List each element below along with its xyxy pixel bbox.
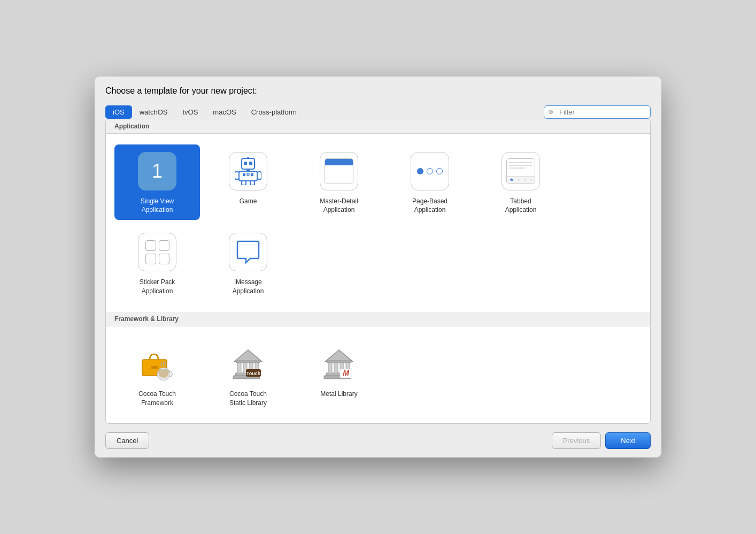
svg-text:M: M bbox=[343, 369, 349, 377]
tab-star-icon: ★ bbox=[510, 177, 514, 182]
single-view-icon-wrapper: 1 bbox=[136, 150, 179, 193]
tab-watchos[interactable]: watchOS bbox=[132, 105, 175, 119]
sticker-cell-1 bbox=[145, 240, 156, 251]
svg-rect-11 bbox=[257, 172, 261, 179]
tab-tvos[interactable]: tvOS bbox=[175, 105, 205, 119]
next-button[interactable]: Next bbox=[605, 432, 651, 449]
tab-macos[interactable]: macOS bbox=[205, 105, 243, 119]
cancel-button[interactable]: Cancel bbox=[105, 432, 149, 449]
tabbed-footer: ★ ● ● ● bbox=[507, 176, 535, 184]
filter-container: ⊜ bbox=[544, 105, 651, 119]
template-cocoa-fw[interactable]: Cocoa TouchFramework bbox=[114, 337, 200, 413]
game-icon-box bbox=[229, 152, 267, 190]
dot-2 bbox=[427, 168, 433, 174]
template-metal[interactable]: M Metal Library bbox=[296, 337, 382, 413]
line1 bbox=[509, 162, 533, 163]
game-robot-icon bbox=[235, 157, 261, 185]
svg-rect-1 bbox=[244, 162, 247, 165]
template-tabbed[interactable]: ★ ● ● ● TabbedApplication bbox=[478, 144, 564, 220]
template-imessage[interactable]: iMessageApplication bbox=[205, 225, 291, 301]
line3 bbox=[509, 167, 526, 169]
new-project-dialog: Choose a template for your new project: … bbox=[95, 77, 661, 458]
master-detail-icon-box bbox=[320, 152, 358, 190]
metal-icon: M bbox=[320, 345, 358, 383]
svg-rect-7 bbox=[243, 173, 245, 176]
dot-3 bbox=[436, 168, 443, 174]
master-detail-icon-wrapper bbox=[318, 150, 360, 193]
tab-crossplatform[interactable]: Cross-platform bbox=[244, 105, 304, 119]
sticker-pack-icon-wrapper bbox=[136, 231, 179, 273]
template-page-based[interactable]: Page-BasedApplication bbox=[387, 144, 473, 220]
metal-label: Metal Library bbox=[320, 390, 357, 399]
cocoa-static-icon: Touch bbox=[229, 345, 267, 383]
sticker-pack-icon-box bbox=[138, 233, 176, 271]
dialog-footer: Cancel Previous Next bbox=[95, 424, 661, 457]
single-view-number: 1 bbox=[152, 160, 163, 182]
svg-rect-2 bbox=[249, 162, 252, 165]
sticker-cell-2 bbox=[159, 240, 169, 251]
framework-section-header: Framework & Library bbox=[106, 312, 650, 326]
svg-marker-29 bbox=[325, 350, 353, 362]
tab-dot-icon3: ● bbox=[530, 178, 533, 181]
imessage-icon-box bbox=[229, 233, 267, 271]
svg-rect-9 bbox=[251, 173, 253, 176]
svg-rect-20 bbox=[236, 361, 260, 363]
sticker-pack-label: Sticker PackApplication bbox=[140, 278, 175, 296]
imessage-icon-wrapper bbox=[227, 231, 269, 273]
svg-text:Touch: Touch bbox=[246, 371, 260, 376]
svg-rect-21 bbox=[237, 363, 241, 373]
sticker-cell-3 bbox=[145, 254, 156, 264]
tabbed-visual: ★ ● ● ● bbox=[506, 158, 535, 184]
tab-dot-icon2: ● bbox=[524, 178, 526, 181]
tab-ios[interactable]: iOS bbox=[105, 105, 132, 119]
svg-marker-19 bbox=[234, 350, 262, 362]
svg-rect-32 bbox=[334, 363, 338, 373]
tab-dot-icon1: ● bbox=[518, 178, 520, 181]
nav-buttons: Previous Next bbox=[552, 432, 651, 449]
tabbed-body bbox=[507, 159, 535, 176]
application-section-header: Application bbox=[106, 119, 650, 134]
template-single-view[interactable]: 1 Single ViewApplication bbox=[114, 144, 200, 220]
svg-rect-15 bbox=[151, 366, 158, 369]
metal-icon-wrapper: M bbox=[318, 342, 360, 385]
template-master-detail[interactable]: Master-DetailApplication bbox=[296, 144, 382, 220]
dialog-header: Choose a template for your new project: bbox=[95, 77, 661, 101]
single-view-icon-box: 1 bbox=[138, 152, 176, 190]
cocoa-fw-icon-wrapper bbox=[136, 342, 179, 385]
svg-rect-30 bbox=[327, 361, 351, 363]
imessage-bubble-icon bbox=[235, 240, 261, 264]
filter-input[interactable] bbox=[544, 105, 651, 119]
svg-rect-6 bbox=[239, 171, 257, 181]
filter-icon: ⊜ bbox=[548, 108, 553, 116]
dialog-title: Choose a template for your new project: bbox=[105, 86, 257, 95]
cocoa-static-icon-wrapper: Touch bbox=[227, 342, 269, 385]
svg-rect-8 bbox=[247, 173, 249, 176]
content-area: Application 1 Single ViewApplication bbox=[105, 119, 651, 424]
tabbed-label: TabbedApplication bbox=[505, 197, 537, 215]
template-sticker-pack[interactable]: Sticker PackApplication bbox=[114, 225, 200, 301]
md-header bbox=[325, 159, 353, 165]
template-game[interactable]: Game bbox=[205, 144, 291, 220]
page-dots bbox=[417, 168, 443, 174]
master-detail-label: Master-DetailApplication bbox=[320, 197, 358, 215]
dot-1 bbox=[417, 168, 423, 174]
svg-rect-31 bbox=[328, 363, 332, 373]
page-based-label: Page-BasedApplication bbox=[412, 197, 448, 215]
imessage-label: iMessageApplication bbox=[233, 278, 264, 296]
line2 bbox=[509, 165, 533, 166]
application-grid: 1 Single ViewApplication bbox=[106, 134, 650, 312]
cocoa-static-label: Cocoa TouchStatic Library bbox=[229, 390, 267, 408]
tab-bar: iOS watchOS tvOS macOS Cross-platform ⊜ bbox=[95, 101, 661, 119]
sticker-cell-4 bbox=[159, 254, 169, 264]
md-body bbox=[325, 165, 353, 184]
cocoa-fw-icon bbox=[138, 345, 176, 383]
single-view-label: Single ViewApplication bbox=[141, 197, 174, 215]
previous-button[interactable]: Previous bbox=[552, 432, 601, 449]
template-cocoa-static[interactable]: Touch Cocoa TouchStatic Library bbox=[205, 337, 291, 413]
framework-grid: Cocoa TouchFramework bbox=[106, 326, 650, 424]
cocoa-fw-label: Cocoa TouchFramework bbox=[138, 390, 176, 408]
tabbed-icon-wrapper: ★ ● ● ● bbox=[499, 150, 542, 193]
game-label: Game bbox=[240, 197, 257, 206]
svg-rect-12 bbox=[242, 181, 246, 185]
sticker-grid bbox=[141, 236, 174, 269]
